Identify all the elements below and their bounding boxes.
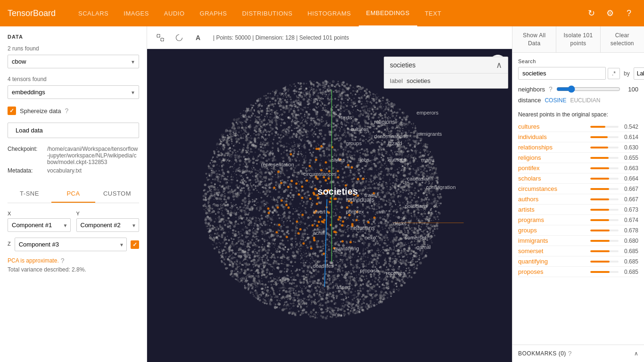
z-select-wrap[interactable]: Component #3 — [15, 238, 127, 251]
nearest-name-individuals[interactable]: individuals — [518, 133, 547, 140]
x-axis-label: X — [8, 211, 71, 216]
nav-item-embeddings[interactable]: EMBEDDINGS — [359, 0, 417, 26]
nearest-val-groups: 0.678 — [621, 227, 638, 234]
nearest-name-cultures[interactable]: cultures — [518, 123, 540, 130]
night-mode-button[interactable] — [172, 30, 187, 45]
search-input-row: .* by Label — [518, 67, 638, 80]
tab-tsne[interactable]: T-SNE — [8, 185, 51, 203]
run-select-wrap[interactable]: cbow — [8, 55, 139, 68]
neighbors-value: 100 — [624, 86, 638, 93]
nearest-val-circumstances: 0.667 — [621, 186, 638, 192]
variance-note: Total variance described: 2.8%. — [8, 266, 139, 273]
isolate-button[interactable]: Isolate 101 points — [556, 26, 600, 52]
neighbors-slider-wrap — [556, 85, 620, 93]
nearest-name-artists[interactable]: artists — [518, 206, 535, 213]
x-select[interactable]: Component #1 — [8, 218, 71, 232]
cosine-button[interactable]: COSINE — [545, 97, 566, 104]
bookmarks-help-icon[interactable]: ? — [568, 350, 572, 357]
nearest-name-programs[interactable]: programs — [518, 216, 544, 223]
nav-item-distributions[interactable]: DISTRIBUTIONS — [234, 0, 300, 26]
nearest-bar-fill-artists — [590, 209, 609, 211]
nearest-name-pontifex[interactable]: pontifex — [518, 165, 540, 172]
nearest-name-circumstances[interactable]: circumstances — [518, 185, 557, 192]
popup-header: societies ∧ — [384, 57, 508, 73]
sphereize-help-icon[interactable]: ? — [65, 107, 68, 115]
popup-label-row: label societies — [384, 74, 508, 88]
regex-button[interactable]: .* — [608, 68, 620, 79]
run-select[interactable]: cbow — [8, 55, 139, 68]
z-row: Z Component #3 — [8, 238, 139, 251]
nearest-bar-fill-groups — [590, 230, 610, 231]
nav-item-graphs[interactable]: GRAPHS — [192, 0, 235, 26]
nearest-name-relationships[interactable]: relationships — [518, 144, 553, 151]
bookmarks-title: BOOKMARKS (0) ? — [518, 350, 572, 357]
pca-note: PCA is approximate. ? — [8, 257, 139, 264]
nearest-bar-somerset — [590, 250, 619, 252]
nearest-name-groups[interactable]: groups — [518, 227, 537, 234]
nearest-name-scholars[interactable]: scholars — [518, 175, 541, 182]
sphereize-checkbox[interactable] — [8, 107, 16, 115]
canvas-toolbar: A | Points: 50000 | Dimension: 128 | Sel… — [147, 26, 512, 49]
method-tabs: T-SNE PCA CUSTOM — [8, 185, 139, 203]
nearest-name-somerset[interactable]: somerset — [518, 247, 543, 255]
nearest-name-religions[interactable]: religions — [518, 154, 541, 161]
nearest-bar-pontifex — [590, 167, 619, 169]
nearest-name-quantifying[interactable]: quantifying — [518, 258, 548, 265]
tab-custom[interactable]: CUSTOM — [95, 185, 139, 203]
nearest-bar-cultures — [590, 126, 619, 128]
sphereize-row: Sphereize data ? — [8, 107, 139, 115]
help-button[interactable]: ? — [621, 6, 636, 21]
y-select[interactable]: Component #2 — [76, 218, 140, 232]
neighbors-slider[interactable] — [556, 85, 620, 93]
bookmarks-collapse-button[interactable]: ∧ — [634, 350, 638, 357]
nav-item-images[interactable]: IMAGES — [116, 0, 157, 26]
search-by-select[interactable]: Label — [634, 67, 644, 80]
load-data-button[interactable]: Load data — [8, 123, 139, 138]
label-button[interactable]: A — [190, 30, 206, 45]
nearest-val-religions: 0.655 — [621, 155, 638, 161]
nearest-bar-val-religions: 0.655 — [590, 155, 638, 161]
search-section: Search .* by Label — [518, 58, 638, 80]
search-input[interactable] — [518, 67, 606, 80]
nearest-bar-fill-scholars — [590, 178, 609, 180]
canvas-area: A | Points: 50000 | Dimension: 128 | Sel… — [147, 26, 512, 362]
nearest-item-religions: religions0.655 — [518, 153, 638, 163]
nearest-bar-individuals — [590, 136, 619, 138]
nav-item-text[interactable]: TEXT — [417, 0, 449, 26]
z-select[interactable]: Component #3 — [15, 238, 127, 251]
nav-item-audio[interactable]: AUDIO — [157, 0, 192, 26]
nearest-item-proposes: proposes0.685 — [518, 267, 638, 277]
popup-close-button[interactable]: ∧ — [496, 61, 502, 69]
neighbors-help-icon[interactable]: ? — [549, 85, 553, 93]
distance-label: distance — [518, 97, 541, 104]
nearest-bar-authors — [590, 198, 619, 200]
euclidian-button[interactable]: EUCLIDIAN — [570, 97, 600, 104]
nav-item-histograms[interactable]: HISTOGRAMS — [300, 0, 358, 26]
tensor-select-wrap[interactable]: embeddings — [8, 85, 139, 99]
nearest-bar-scholars — [590, 178, 619, 180]
tensor-select[interactable]: embeddings — [8, 85, 139, 99]
metadata-key: Metadata: — [8, 167, 45, 174]
refresh-button[interactable]: ↻ — [584, 6, 599, 21]
z-checkbox[interactable] — [131, 240, 139, 249]
nearest-val-relationships: 0.630 — [621, 144, 638, 151]
select-box-button[interactable] — [153, 30, 168, 45]
nearest-name-authors[interactable]: authors — [518, 196, 538, 203]
left-sidebar: DATA 2 runs found cbow 4 tensors found e… — [0, 26, 147, 362]
x-select-wrap[interactable]: Component #1 — [8, 218, 71, 232]
show-all-data-button[interactable]: Show All Data — [512, 26, 556, 52]
tab-pca[interactable]: PCA — [51, 185, 95, 203]
y-select-wrap[interactable]: Component #2 — [76, 218, 140, 232]
settings-button[interactable]: ⚙ — [603, 6, 618, 21]
pca-help-icon[interactable]: ? — [61, 257, 65, 264]
nearest-bar-val-artists: 0.673 — [590, 206, 638, 213]
nearest-bar-fill-cultures — [590, 126, 605, 128]
embedding-canvas[interactable] — [147, 49, 512, 362]
distance-row: distance COSINE EUCLIDIAN — [518, 97, 638, 104]
nearest-name-proposes[interactable]: proposes — [518, 268, 543, 275]
clear-selection-button[interactable]: Clear selection — [601, 26, 644, 52]
nearest-name-immigrants[interactable]: immigrants — [518, 237, 548, 244]
nav-item-scalars[interactable]: SCALARS — [71, 0, 116, 26]
nearest-item-authors: authors0.667 — [518, 194, 638, 205]
embedding-visualization[interactable]: societies ∧ label societies — [147, 49, 512, 362]
